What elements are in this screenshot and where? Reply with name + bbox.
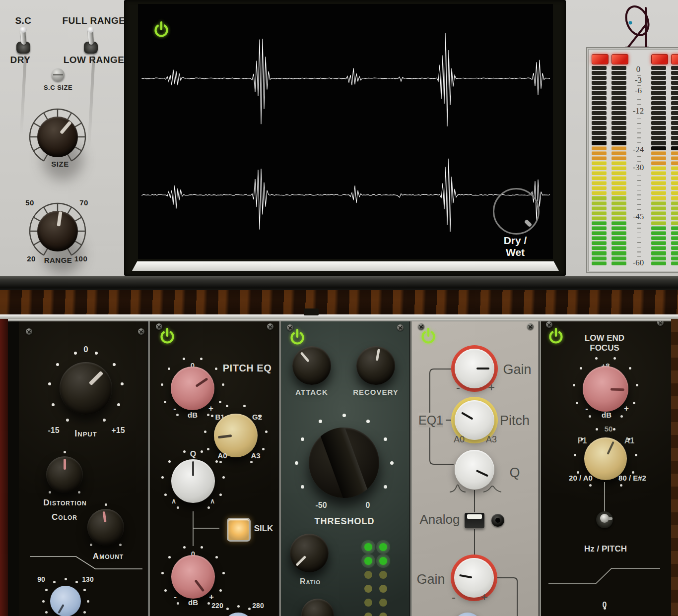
- range-toggle[interactable]: [82, 33, 99, 57]
- meter-column: [671, 66, 678, 265]
- gr-led: [379, 613, 387, 616]
- analog-label: Analog: [420, 512, 460, 527]
- freq-220-label: 220: [211, 602, 223, 610]
- le-gain-minus: -: [585, 404, 588, 414]
- distortion-color-knob[interactable]: [46, 456, 83, 493]
- dry-wet-knob[interactable]: [493, 188, 540, 235]
- eq1-label: EQ1: [418, 413, 443, 428]
- sc-size-screw[interactable]: [52, 68, 65, 81]
- sc-label: S.C: [15, 15, 31, 26]
- recovery-knob[interactable]: [356, 346, 395, 385]
- input-min-label: -15: [48, 426, 59, 435]
- gr-led: [364, 571, 372, 579]
- screw: [397, 324, 404, 331]
- amount-knob[interactable]: [87, 509, 124, 546]
- eq-gain2-knob[interactable]: [171, 555, 215, 599]
- ae-q-knob[interactable]: [455, 450, 494, 490]
- silk-label: SILK: [254, 524, 273, 534]
- eq-gain-minus: -: [173, 404, 176, 414]
- meter-scale-label: -45: [626, 212, 650, 221]
- analog-led-jack: [491, 514, 504, 527]
- module-pitch-eq: PITCH EQ 0 - + dB B1 G2 A0 A3 Q ∧ ∧ SILK…: [150, 321, 280, 616]
- gr-led: [364, 613, 372, 616]
- le-freq-hint: 50: [605, 425, 613, 433]
- module-divider: [278, 321, 281, 616]
- recovery-label: RECOVERY: [353, 388, 399, 396]
- threshold-min: -50: [315, 501, 327, 510]
- sc-dry-toggle[interactable]: [15, 33, 32, 57]
- display-power-icon[interactable]: [152, 20, 172, 40]
- gr-led: [364, 557, 372, 565]
- ae-gain2-minus: -: [452, 590, 456, 604]
- compressor-power-icon[interactable]: [288, 327, 308, 347]
- threshold-knob[interactable]: [309, 428, 379, 498]
- meter-scale-label: -12: [626, 107, 650, 115]
- low-end-power-icon[interactable]: [546, 326, 566, 346]
- module-low-end-focus: LOW END FOCUS +8 - + dB 50 F1 A1 20 / A0…: [541, 321, 671, 616]
- eq-freq-knob[interactable]: [223, 613, 254, 616]
- q-narrow-glyph: ∧: [171, 497, 176, 505]
- size-knob-label: SIZE: [51, 160, 68, 168]
- screw: [527, 323, 534, 330]
- wood-trim: [0, 290, 678, 314]
- eq-gain-knob[interactable]: [171, 367, 214, 410]
- meter-scale-label: -6: [626, 86, 650, 95]
- meter-column: [611, 66, 626, 265]
- screw: [138, 328, 144, 335]
- ratio-knob[interactable]: [290, 534, 329, 572]
- full-range-label: FULL RANGE: [62, 15, 125, 26]
- eq-gain-unit: dB: [188, 411, 198, 419]
- rack-right-trim: [671, 319, 678, 616]
- le-gain-plus: +: [624, 404, 629, 414]
- analog-eq-power-icon[interactable]: [419, 326, 439, 346]
- ae-gain-label: Gain: [503, 362, 531, 377]
- toggle-stem: [541, 480, 671, 515]
- meter-scale-label: -24: [626, 145, 650, 154]
- attack-knob[interactable]: [292, 346, 331, 385]
- meter-scale-label: -3: [626, 76, 650, 84]
- range-knob-label: RANGE: [44, 256, 72, 264]
- gr-led: [379, 571, 387, 579]
- attack-label: ATTACK: [295, 388, 328, 396]
- display-bottom-trim: [132, 261, 559, 271]
- low-end-title-2: FOCUS: [590, 343, 619, 353]
- range-knob[interactable]: [37, 211, 78, 251]
- ae-bottom-knob[interactable]: [453, 613, 482, 616]
- threshold-max: 0: [366, 501, 370, 510]
- ae-pitch-a0: A0: [454, 434, 465, 445]
- screw: [657, 321, 664, 326]
- pitch-eq-title: PITCH EQ: [223, 363, 271, 374]
- low-range-label: LOW RANGE: [64, 55, 125, 65]
- ae-q-label: Q: [509, 465, 520, 481]
- eq-gain-plus: +: [208, 404, 213, 414]
- ae-gain-plus: +: [488, 380, 495, 394]
- analog-switch[interactable]: [465, 513, 484, 528]
- eq-q-knob[interactable]: [171, 459, 215, 503]
- input-knob[interactable]: [60, 362, 112, 415]
- size-knob[interactable]: [37, 117, 78, 157]
- q-wide-glyph: ∧: [210, 497, 215, 505]
- silk-button[interactable]: [227, 518, 251, 542]
- gr-led: [379, 585, 387, 593]
- clip-led: [611, 54, 628, 64]
- freq-130-label: 130: [82, 575, 93, 583]
- input-knob-label: Input: [74, 429, 97, 439]
- pitch-a0: A0: [217, 451, 227, 460]
- color-label: Color: [52, 512, 77, 522]
- ratio-label: Ratio: [300, 577, 321, 586]
- gr-led: [364, 543, 372, 551]
- hpf-freq-knob[interactable]: [50, 586, 81, 616]
- waveform: [138, 4, 553, 259]
- meter-scale: 0-3-6-12-24-30-45-60: [626, 0, 650, 276]
- pitch-eq-power-icon[interactable]: [158, 326, 178, 346]
- hz-pitch-toggle[interactable]: [596, 511, 613, 528]
- le-gain-knob[interactable]: [583, 366, 628, 412]
- amount-label: Amount: [93, 552, 124, 561]
- q-label: Q: [190, 450, 196, 459]
- ae-pitch-label: Pitch: [500, 413, 530, 429]
- comp-bottom-knob[interactable]: [301, 599, 334, 616]
- clip-led: [592, 54, 609, 64]
- eq-gain2-plus: +: [209, 592, 214, 602]
- module-analog-eq: Gain - + EQ1 Pitch A0 A3 Q Analog Gain -…: [412, 321, 540, 616]
- meter-scale-label: 0: [626, 65, 650, 73]
